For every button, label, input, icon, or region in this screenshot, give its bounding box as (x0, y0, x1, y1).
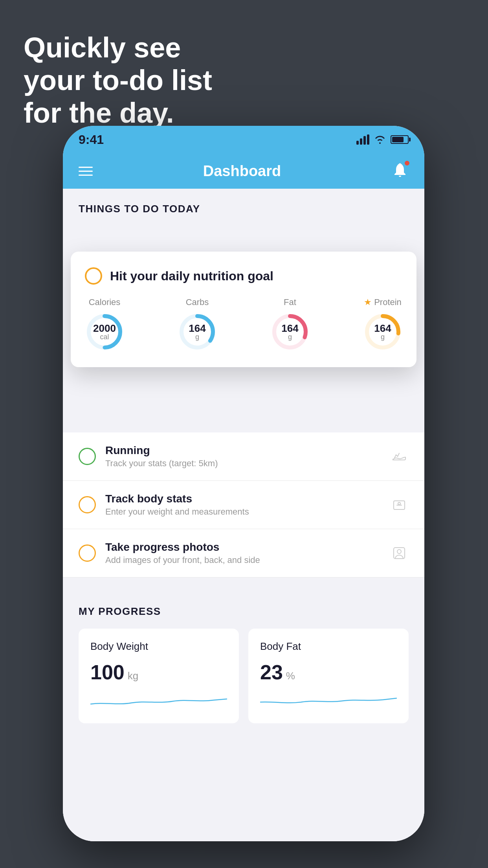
nutrition-card[interactable]: Hit your daily nutrition goal Calories 2… (71, 252, 416, 367)
todo-item-body-stats[interactable]: Track body stats Enter your weight and m… (63, 481, 424, 529)
todo-subtitle-running: Track your stats (target: 5km) (105, 458, 380, 469)
section-title: THINGS TO DO TODAY (79, 203, 200, 215)
calories-value: 2000 (93, 323, 116, 333)
todo-subtitle-body-stats: Enter your weight and measurements (105, 507, 380, 517)
calories-ring: 2000 cal (85, 312, 124, 351)
notification-badge (404, 160, 410, 166)
protein-label: ★ Protein (364, 297, 402, 307)
svg-point-11 (397, 550, 401, 554)
progress-cards: Body Weight 100 kg Body Fat 23 % (79, 629, 409, 723)
content-area: THINGS TO DO TODAY Hit your daily nutrit… (63, 189, 424, 841)
card-status-circle (85, 267, 102, 285)
ring-protein: ★ Protein 164 g (363, 297, 402, 351)
todo-text-running: Running Track your stats (target: 5km) (105, 444, 380, 469)
body-weight-value: 100 (90, 660, 125, 684)
status-time: 9:41 (79, 132, 104, 147)
body-weight-unit: kg (128, 670, 138, 682)
todo-circle-body-stats (79, 496, 96, 513)
todo-title-body-stats: Track body stats (105, 493, 380, 505)
section-header: THINGS TO DO TODAY (63, 189, 424, 223)
fat-value: 164 (281, 323, 298, 333)
body-fat-title: Body Fat (260, 640, 397, 653)
ring-fat: Fat 164 g (270, 297, 310, 351)
body-fat-chart (260, 690, 397, 710)
body-weight-card[interactable]: Body Weight 100 kg (79, 629, 239, 723)
carbs-value: 164 (189, 323, 205, 333)
battery-icon (391, 135, 409, 144)
todo-circle-running (79, 448, 96, 465)
scale-icon (390, 495, 409, 514)
body-fat-value-row: 23 % (260, 660, 397, 684)
ring-calories: Calories 2000 cal (85, 297, 124, 351)
body-weight-chart (90, 690, 227, 710)
body-fat-card[interactable]: Body Fat 23 % (248, 629, 409, 723)
rings-row: Calories 2000 cal Carbs (85, 297, 402, 351)
body-fat-unit: % (286, 670, 295, 682)
body-weight-title: Body Weight (90, 640, 227, 653)
body-fat-value: 23 (260, 660, 283, 684)
progress-title: MY PROGRESS (79, 605, 409, 618)
carbs-ring: 164 g (178, 312, 217, 351)
signal-icon (356, 134, 369, 145)
shoe-icon (390, 447, 409, 466)
notification-button[interactable] (391, 162, 409, 180)
fat-label: Fat (284, 297, 296, 307)
card-title: Hit your daily nutrition goal (110, 269, 273, 283)
carbs-label: Carbs (186, 297, 209, 307)
progress-section: MY PROGRESS Body Weight 100 kg Body Fat (63, 590, 424, 723)
todo-circle-photos (79, 544, 96, 562)
phone-frame: 9:41 Dashboard (63, 126, 424, 841)
protein-ring: 164 g (363, 312, 402, 351)
body-weight-value-row: 100 kg (90, 660, 227, 684)
card-header: Hit your daily nutrition goal (85, 267, 402, 285)
nav-title: Dashboard (203, 163, 281, 180)
svg-point-9 (398, 502, 400, 505)
todo-text-photos: Take progress photos Add images of your … (105, 541, 380, 565)
person-icon (390, 544, 409, 563)
wifi-icon (374, 135, 386, 144)
todo-subtitle-photos: Add images of your front, back, and side (105, 555, 380, 565)
nav-bar: Dashboard (63, 153, 424, 189)
todo-item-photos[interactable]: Take progress photos Add images of your … (63, 529, 424, 577)
todo-text-body-stats: Track body stats Enter your weight and m… (105, 493, 380, 517)
headline-text: Quickly see your to-do list for the day. (24, 31, 212, 129)
status-bar: 9:41 (63, 126, 424, 153)
ring-carbs: Carbs 164 g (178, 297, 217, 351)
todo-item-running[interactable]: Running Track your stats (target: 5km) (63, 432, 424, 481)
todo-title-running: Running (105, 444, 380, 457)
hamburger-button[interactable] (79, 167, 93, 176)
star-icon: ★ (364, 297, 372, 307)
todo-title-photos: Take progress photos (105, 541, 380, 554)
fat-ring: 164 g (270, 312, 310, 351)
todo-items-list: Running Track your stats (target: 5km) T… (63, 432, 424, 577)
calories-label: Calories (89, 297, 121, 307)
status-icons (356, 134, 409, 145)
protein-value: 164 (374, 323, 391, 333)
